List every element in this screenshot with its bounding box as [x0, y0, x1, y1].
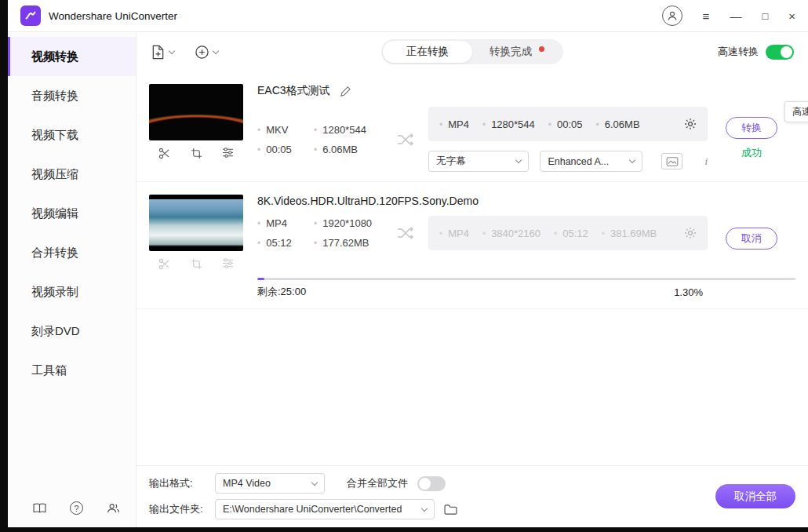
trim-icon[interactable] [158, 148, 170, 159]
tab-converting[interactable]: 正在转换 [383, 41, 472, 63]
chevron-down-icon [629, 157, 635, 163]
crop-icon[interactable] [191, 148, 202, 159]
source-resolution: 1920*1080 [314, 217, 397, 229]
status-tabs: 正在转换 转换完成 [381, 39, 563, 64]
status-success: 成功 [741, 146, 762, 160]
output-format-label: 输出格式: [149, 476, 215, 490]
tab-finished[interactable]: 转换完成 [472, 41, 562, 63]
sidebar-item-toolbox[interactable]: 工具箱 [8, 351, 136, 390]
sidebar-item-video-convert[interactable]: 视频转换 [8, 37, 136, 76]
cancel-button[interactable]: 取消 [726, 228, 777, 250]
high-speed-tooltip: 高速 [784, 101, 808, 122]
task-title: EAC3格式测试 [257, 84, 330, 98]
output-folder-input[interactable]: E:\Wondershare UniConverter\Converted [215, 499, 435, 519]
task-title: 8K.Videos.HDR.UltraHD.120FPS.Sony.Demo [257, 195, 479, 207]
source-duration: 00:05 [257, 144, 314, 155]
source-size: 6.06MB [314, 144, 397, 155]
audio-select[interactable]: Enhanced A... [540, 151, 642, 172]
menu-icon[interactable]: ≡ [703, 10, 710, 22]
main-content: 正在转换 转换完成 高速转换 高速 [136, 32, 808, 527]
help-icon[interactable]: ? [70, 501, 83, 515]
output-format: MP4 [439, 228, 469, 239]
footer-bar: 输出格式: MP4 Video 合并全部文件 输出文件夹: E:\Wonders… [136, 465, 808, 527]
sidebar-item-audio-convert[interactable]: 音频转换 [8, 76, 136, 115]
source-format: MP4 [257, 217, 314, 229]
guide-icon[interactable] [33, 503, 46, 513]
contact-icon[interactable] [107, 503, 120, 513]
progress-percent: 1.30% [674, 286, 703, 298]
output-folder-label: 输出文件夹: [149, 502, 215, 516]
chevron-down-icon [213, 47, 219, 53]
video-thumbnail [149, 84, 243, 140]
output-format-select[interactable]: MP4 Video [215, 473, 325, 494]
output-format: MP4 [439, 118, 469, 130]
progress-section: 剩余:25:00 1.30% [257, 278, 795, 299]
notification-dot [539, 46, 544, 52]
source-size: 177.62MB [314, 237, 397, 249]
add-files-button[interactable] [151, 45, 174, 60]
high-speed-toggle[interactable] [766, 45, 794, 60]
task-row: 8K.Videos.HDR.UltraHD.120FPS.Sony.Demo M… [136, 182, 808, 309]
subtitle-select[interactable]: 无字幕 [428, 151, 529, 172]
task-row: EAC3格式测试 MKV 1280*544 00:05 6.06MB [136, 71, 808, 182]
source-duration: 05:12 [257, 237, 314, 249]
crop-icon [191, 258, 202, 270]
time-remaining: 剩余:25:00 [257, 285, 306, 299]
high-speed-label: 高速转换 [718, 45, 759, 59]
app-logo-icon [20, 5, 41, 26]
merge-all-label: 合并全部文件 [347, 476, 408, 490]
chevron-down-icon [311, 479, 318, 485]
minimize-icon[interactable]: — [730, 10, 741, 22]
output-size: 381.69MB [602, 228, 657, 239]
output-resolution: 3840*2160 [482, 228, 540, 239]
add-device-button[interactable] [195, 45, 218, 60]
convert-arrow-icon [397, 107, 416, 172]
cancel-all-button[interactable]: 取消全部 [715, 484, 795, 508]
sidebar-item-video-edit[interactable]: 视频编辑 [8, 194, 136, 233]
output-settings[interactable]: MP4 1280*544 00:05 6.06MB [428, 107, 708, 141]
convert-arrow-icon [397, 216, 416, 250]
progress-bar [257, 278, 795, 280]
close-icon[interactable]: × [788, 10, 795, 22]
output-duration: 05:12 [554, 228, 588, 239]
sidebar-item-video-download[interactable]: 视频下载 [8, 115, 136, 155]
output-settings: MP4 3840*2160 05:12 381.69MB [428, 216, 708, 250]
maximize-icon[interactable]: □ [762, 11, 768, 21]
sidebar: 视频转换 音频转换 视频下载 视频压缩 视频编辑 合并转换 视频录制 刻录DVD… [8, 32, 136, 527]
source-info: MP4 1920*1080 05:12 177.62MB [257, 216, 397, 250]
app-window: Wondershare UniConverter ≡ — □ × 视频转换 音频… [8, 0, 808, 527]
toolbar: 正在转换 转换完成 高速转换 高速 [136, 32, 808, 71]
trim-icon [158, 258, 170, 270]
settings-gear-icon[interactable] [684, 118, 697, 130]
preview-icon[interactable] [661, 153, 683, 169]
convert-button[interactable]: 转换 [726, 117, 777, 139]
sidebar-item-burn-dvd[interactable]: 刻录DVD [8, 312, 136, 351]
source-resolution: 1280*544 [314, 124, 397, 136]
source-info: MKV 1280*544 00:05 6.06MB [257, 107, 397, 172]
output-duration: 00:05 [548, 118, 583, 130]
progress-fill [257, 278, 264, 280]
sidebar-item-video-compress[interactable]: 视频压缩 [8, 155, 136, 194]
video-thumbnail [149, 195, 243, 251]
settings-gear-icon [684, 227, 697, 239]
output-size: 6.06MB [596, 118, 640, 130]
merge-all-toggle[interactable] [417, 476, 446, 491]
sidebar-item-merge-convert[interactable]: 合并转换 [8, 233, 136, 272]
rename-icon[interactable] [340, 86, 351, 97]
app-title: Wondershare UniConverter [49, 10, 177, 22]
titlebar: Wondershare UniConverter ≡ — □ × [8, 0, 808, 32]
sidebar-item-screen-record[interactable]: 视频录制 [8, 272, 136, 312]
chevron-down-icon [169, 47, 175, 53]
account-avatar[interactable] [662, 5, 682, 26]
chevron-down-icon [515, 157, 522, 163]
effects-icon [222, 258, 234, 270]
chevron-down-icon [421, 505, 428, 511]
source-format: MKV [257, 124, 314, 136]
open-folder-icon[interactable] [444, 505, 457, 515]
effects-icon[interactable] [222, 148, 234, 159]
output-resolution: 1280*544 [482, 118, 535, 130]
